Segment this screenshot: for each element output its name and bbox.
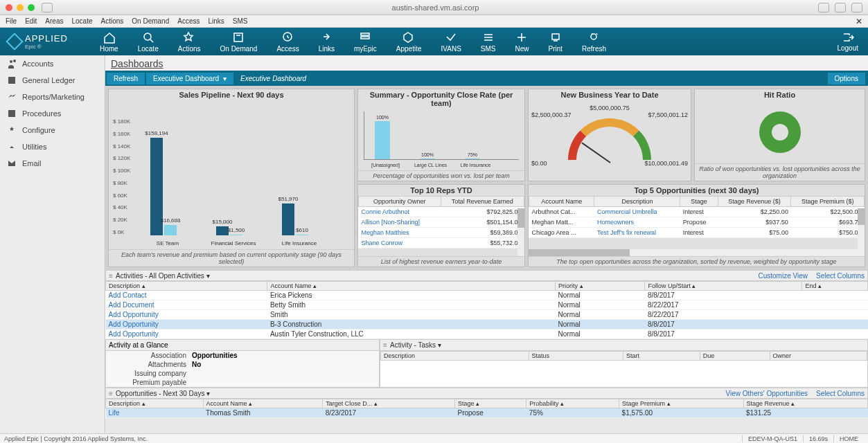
sidebar-item-configure[interactable]: Configure [0, 122, 105, 138]
menu-sms[interactable]: SMS [233, 17, 248, 25]
table-row[interactable]: Meghan Matt...HomeownersPropose$937.50$6… [529, 217, 865, 228]
glance-row: Premium payable [106, 378, 379, 387]
close-icon[interactable] [6, 4, 12, 11]
table-row[interactable]: Add OpportunitySmithNormal8/22/2017 [106, 310, 868, 320]
table-row[interactable]: Allison [Non-Sharing]$501,154.00 [359, 217, 524, 228]
chevron-down-icon[interactable]: ▾ [438, 341, 441, 349]
ribbon-actions[interactable]: Actions [168, 29, 211, 55]
table-row[interactable]: Add DocumentBetty SmithNormal8/22/2017 [106, 300, 868, 310]
pipeline-chart: $ 0K$ 20K$ 40K$ 60K$ 80K$ 100K$ 120K$ 14… [109, 100, 354, 249]
top-reps-table: Opportunity OwnerTotal Revenue EarnedCon… [358, 196, 524, 248]
access-icon [282, 31, 294, 44]
reports/marketing-icon [7, 92, 17, 102]
top-opps-table: Account NameDescriptionStageStage Revenu… [529, 196, 865, 238]
activities-header: Activities - All Open Activities ▾ Custo… [105, 270, 868, 281]
menu-areas[interactable]: Areas [45, 17, 63, 25]
dashboard-grid: Sales Pipeline - Next 90 days $ 0K$ 20K$… [105, 86, 868, 270]
table-row[interactable]: Add OpportunityAustin Tyler Construction… [106, 329, 868, 339]
table-row[interactable]: Connie Arbuthnot$792,825.00 [359, 207, 524, 217]
menu-access[interactable]: Access [177, 17, 200, 25]
glance-title: Activity at a Glance [106, 340, 379, 351]
procedures-icon [7, 109, 17, 118]
ribbon-sms[interactable]: SMS [471, 29, 506, 55]
menu-file[interactable]: File [6, 17, 17, 25]
locate-icon [142, 31, 154, 44]
ribbon-access[interactable]: Access [267, 29, 308, 55]
menu-locate[interactable]: Locate [71, 17, 92, 25]
activities-grid[interactable]: Description ▴Account Name ▴Priority ▴Fol… [105, 281, 868, 339]
activity-glance-panel: Activity at a Glance AssociationOpportun… [105, 339, 380, 388]
plus-icon[interactable] [851, 3, 862, 12]
window-close-icon[interactable]: ✕ [856, 17, 862, 26]
chevron-down-icon[interactable]: ▾ [206, 390, 210, 397]
sidebar-toggle-icon[interactable] [42, 3, 53, 12]
utilities-icon [7, 142, 17, 152]
table-row[interactable]: Meghan Matthies$59,389.00 [359, 228, 524, 238]
general ledger-icon [7, 75, 17, 85]
menu-actions[interactable]: Actions [101, 17, 124, 25]
card-caption: List of highest revenue earners year-to-… [358, 256, 524, 266]
address-bar[interactable]: austin-shared.vm.asi.corp [53, 3, 818, 12]
ribbon-myepic[interactable]: myEpic [344, 29, 387, 55]
select-columns-link[interactable]: Select Columns [816, 272, 865, 280]
logout-button[interactable]: Logout [827, 32, 868, 52]
card-caption: Ratio of won opportunities vs. lost oppo… [695, 163, 865, 181]
sidebar-item-reports-marketing[interactable]: Reports/Marketing [0, 89, 105, 105]
ribbon-home[interactable]: Home [90, 29, 128, 55]
view-others-link[interactable]: View Others' Opportunities [726, 390, 808, 397]
ribbon-ondemand[interactable]: On Demand [211, 29, 267, 55]
brand-logo-icon [6, 33, 23, 50]
refresh-button[interactable]: Refresh [107, 73, 145, 84]
sidebar-item-utilities[interactable]: Utilities [0, 138, 105, 155]
sidebar-item-general-ledger[interactable]: General Ledger [0, 72, 105, 89]
accounts-icon [7, 59, 17, 69]
scrollbar[interactable] [517, 208, 524, 256]
scrollbar[interactable] [858, 208, 865, 249]
sidebar-item-procedures[interactable]: Procedures [0, 105, 105, 122]
grip-icon[interactable] [383, 341, 390, 349]
table-row[interactable]: Arbuthnot Cat...Commercial UmbrellaInter… [529, 207, 865, 217]
chevron-down-icon[interactable]: ▾ [206, 272, 210, 280]
ribbon-refresh[interactable]: Refresh [572, 29, 616, 55]
lower-panels: Activity at a Glance AssociationOpportun… [105, 339, 868, 388]
opportunities-grid[interactable]: Description ▴Account Name ▴Target Close … [105, 399, 868, 418]
menu-edit[interactable]: Edit [25, 17, 37, 25]
tabs-icon[interactable] [835, 3, 846, 12]
copyright: Applied Epic | Copyright 2016 Applied Sy… [4, 435, 148, 442]
table-row[interactable]: Add ContactErica PickensNormal8/8/2017 [106, 291, 868, 300]
glance-row: AttachmentsNo [106, 360, 379, 369]
refresh-icon [588, 31, 601, 44]
grip-icon[interactable] [109, 390, 116, 397]
ribbon-ivans[interactable]: IVANS [432, 29, 471, 55]
ribbon-new[interactable]: New [505, 29, 538, 55]
ribbon-print[interactable]: Print [539, 29, 573, 55]
table-row[interactable]: LifeThomas Smith8/23/2017Propose75%$1,57… [106, 408, 868, 418]
options-button[interactable]: Options [828, 73, 865, 84]
logout-icon [842, 32, 854, 44]
menu-links[interactable]: Links [208, 17, 224, 25]
sidebar-item-email[interactable]: Email [0, 155, 105, 172]
status-home[interactable]: HOME [833, 435, 864, 442]
ribbon-links[interactable]: Links [309, 29, 344, 55]
customize-view-link[interactable]: Customize View [758, 272, 808, 280]
hit-ratio-chart [695, 100, 865, 163]
status-server: EDEV-M-QA-US1 [742, 435, 803, 442]
table-row[interactable]: Chicago Area ...Test Jeff's fix renewalI… [529, 228, 865, 238]
scrollbar-horizontal[interactable] [529, 249, 865, 256]
home-icon [103, 31, 115, 44]
zoom-icon[interactable] [28, 4, 35, 11]
browser-chrome: austin-shared.vm.asi.corp [0, 0, 868, 15]
ribbon-appetite[interactable]: Appetite [387, 29, 432, 55]
grip-icon[interactable] [109, 272, 116, 280]
menu-ondemand[interactable]: On Demand [132, 17, 169, 25]
table-row[interactable]: Add OpportunityB-3 ConstructionNormal8/8… [106, 320, 868, 329]
table-row[interactable]: Shane Conrow$55,732.00 [359, 238, 524, 248]
select-columns-link[interactable]: Select Columns [816, 390, 865, 397]
ribbon-locate[interactable]: Locate [128, 29, 168, 55]
tasks-grid[interactable]: DescriptionStatusStartDueOwner [380, 351, 867, 361]
minimize-icon[interactable] [17, 4, 24, 11]
card-new-business: New Business Year to Date $5,000,000.75 … [528, 89, 691, 181]
share-icon[interactable] [818, 3, 829, 12]
dashboard-select[interactable]: Executive Dashboard ▾ [146, 73, 233, 84]
sidebar-item-accounts[interactable]: Accounts [0, 55, 105, 72]
